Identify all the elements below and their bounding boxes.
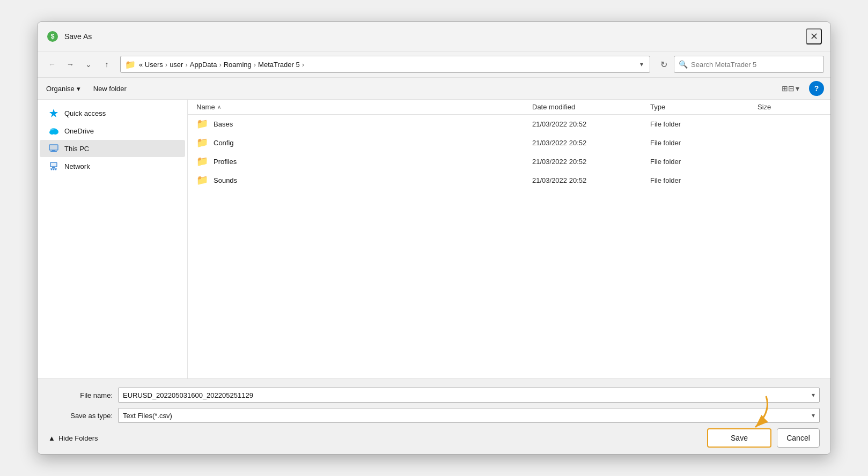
address-bar[interactable]: 📁 « Users › user › AppData › Roaming › M… xyxy=(120,56,650,73)
sidebar-item-network[interactable]: Network xyxy=(40,158,185,175)
file-name-label: File name: xyxy=(48,391,113,399)
column-name[interactable]: Name ∧ xyxy=(196,103,532,111)
save-type-row: Save as type: Text Files(*.csv) ▾ xyxy=(48,408,820,423)
new-folder-button[interactable]: New folder xyxy=(91,84,129,94)
file-type: File folder xyxy=(650,139,757,147)
folder-icon: 📁 xyxy=(125,59,136,70)
file-date: 21/03/2022 20:52 xyxy=(532,176,650,184)
file-name: Bases xyxy=(214,120,233,128)
organise-label: Organise xyxy=(46,85,75,93)
file-name-cell: 📁 Sounds xyxy=(196,174,532,186)
file-list-container: Name ∧ Date modified Type Size 📁 Bases xyxy=(188,100,830,378)
folder-icon: 📁 xyxy=(196,118,208,130)
onedrive-icon xyxy=(48,125,59,136)
cancel-label: Cancel xyxy=(786,434,810,442)
file-rows: 📁 Bases 21/03/2022 20:52 File folder 📁 C… xyxy=(188,115,830,190)
cancel-button[interactable]: Cancel xyxy=(777,428,820,448)
close-button[interactable]: ✕ xyxy=(806,28,822,44)
sidebar-item-onedrive-label: OneDrive xyxy=(64,127,94,135)
address-part-users: « Users xyxy=(139,61,163,69)
sidebar-item-quick-access[interactable]: Quick access xyxy=(40,105,185,122)
svg-point-5 xyxy=(50,128,57,133)
action-row: ▲ Hide Folders Save Cancel xyxy=(48,428,820,448)
file-date: 21/03/2022 20:52 xyxy=(532,158,650,166)
title-bar: $ Save As ✕ xyxy=(38,22,830,51)
sort-arrow: ∧ xyxy=(217,104,221,110)
file-name-cell: 📁 Config xyxy=(196,137,532,148)
address-dropdown-button[interactable]: ▾ xyxy=(638,61,645,68)
svg-rect-9 xyxy=(50,151,57,152)
sidebar-item-this-pc[interactable]: This PC xyxy=(40,140,185,157)
file-name: Sounds xyxy=(214,176,237,184)
hide-folders-button[interactable]: ▲ Hide Folders xyxy=(48,434,98,442)
file-name-cell: 📁 Profiles xyxy=(196,155,532,167)
save-type-label: Save as type: xyxy=(48,412,113,420)
file-list-header: Name ∧ Date modified Type Size xyxy=(188,100,830,115)
save-button[interactable]: Save xyxy=(707,428,771,448)
file-date: 21/03/2022 20:52 xyxy=(532,139,650,147)
file-name-dropdown-arrow: ▾ xyxy=(812,391,815,399)
svg-rect-8 xyxy=(52,150,55,151)
address-part-roaming: Roaming xyxy=(224,61,252,69)
this-pc-icon xyxy=(48,143,59,154)
help-button[interactable]: ? xyxy=(809,81,824,96)
table-row[interactable]: 📁 Bases 21/03/2022 20:52 File folder xyxy=(188,115,830,133)
file-name-input[interactable]: EURUSD_202205031600_202205251129 ▾ xyxy=(118,388,820,403)
organise-bar: Organise ▾ New folder ⊞⊟ ▾ ? xyxy=(38,78,830,100)
save-label: Save xyxy=(731,434,748,442)
save-type-dropdown-arrow: ▾ xyxy=(812,412,815,419)
view-button[interactable]: ⊞⊟ ▾ xyxy=(781,83,800,94)
column-date: Date modified xyxy=(532,103,650,111)
sidebar-item-onedrive[interactable]: OneDrive xyxy=(40,122,185,139)
dialog-title: Save As xyxy=(64,32,806,41)
folder-icon: 📁 xyxy=(196,174,208,186)
save-type-input[interactable]: Text Files(*.csv) ▾ xyxy=(118,408,820,423)
file-type: File folder xyxy=(650,120,757,128)
back-button[interactable]: ← xyxy=(44,57,60,72)
quick-access-icon xyxy=(48,108,59,118)
main-content: Quick access OneDrive xyxy=(38,100,830,378)
address-part-metatrader: MetaTrader 5 xyxy=(258,61,300,69)
search-box: 🔍 xyxy=(674,56,824,73)
sidebar-item-network-label: Network xyxy=(64,162,90,170)
svg-rect-12 xyxy=(52,167,55,168)
address-parts: « Users › user › AppData › Roaming › Met… xyxy=(139,61,638,69)
file-name-value: EURUSD_202205031600_202205251129 xyxy=(123,391,812,399)
sidebar-item-quick-access-label: Quick access xyxy=(64,109,106,117)
column-type: Type xyxy=(650,103,757,111)
search-icon: 🔍 xyxy=(679,60,688,69)
organise-dropdown-icon: ▾ xyxy=(77,85,80,93)
view-icon: ⊞⊟ xyxy=(782,84,795,93)
svg-rect-7 xyxy=(49,145,58,150)
save-type-value: Text Files(*.csv) xyxy=(123,412,812,420)
bottom-section: File name: EURUSD_202205031600_202205251… xyxy=(38,378,830,454)
organise-button[interactable]: Organise ▾ xyxy=(44,84,83,94)
navigation-toolbar: ← → ⌄ ↑ 📁 « Users › user › AppData › Roa… xyxy=(38,51,830,78)
file-date: 21/03/2022 20:52 xyxy=(532,120,650,128)
dropdown-button[interactable]: ⌄ xyxy=(80,57,97,72)
folder-icon: 📁 xyxy=(196,155,208,167)
svg-rect-13 xyxy=(50,168,57,169)
table-row[interactable]: 📁 Profiles 21/03/2022 20:52 File folder xyxy=(188,152,830,171)
refresh-button[interactable]: ↻ xyxy=(656,56,672,72)
hide-folders-icon: ▲ xyxy=(48,434,55,442)
file-type: File folder xyxy=(650,176,757,184)
column-size: Size xyxy=(757,103,822,111)
svg-point-14 xyxy=(51,169,53,170)
network-icon xyxy=(48,161,59,172)
table-row[interactable]: 📁 Config 21/03/2022 20:52 File folder xyxy=(188,133,830,152)
forward-button[interactable]: → xyxy=(62,57,78,72)
save-as-dialog: $ Save As ✕ ← → ⌄ ↑ 📁 « Users › user › A… xyxy=(37,21,831,455)
up-button[interactable]: ↑ xyxy=(99,57,115,72)
hide-folders-label: Hide Folders xyxy=(58,434,98,442)
help-label: ? xyxy=(814,84,819,93)
sidebar-item-this-pc-label: This PC xyxy=(64,145,89,153)
view-dropdown-icon: ▾ xyxy=(796,84,799,93)
file-name-row: File name: EURUSD_202205031600_202205251… xyxy=(48,388,820,403)
svg-point-15 xyxy=(53,169,55,170)
svg-marker-2 xyxy=(49,109,58,117)
new-folder-label: New folder xyxy=(93,85,127,93)
table-row[interactable]: 📁 Sounds 21/03/2022 20:52 File folder xyxy=(188,171,830,190)
folder-icon: 📁 xyxy=(196,137,208,148)
search-input[interactable] xyxy=(691,61,819,69)
